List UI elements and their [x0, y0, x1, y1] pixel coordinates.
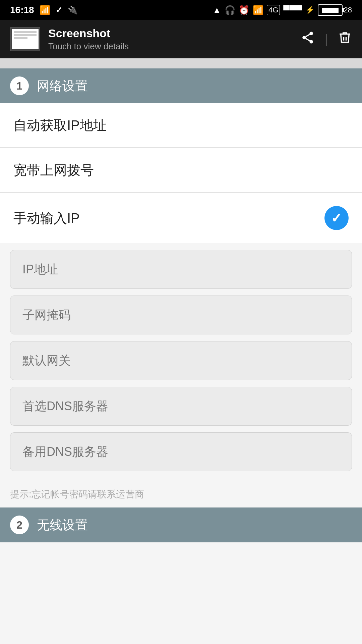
form-section — [0, 243, 362, 485]
cell-signal-icon: ▀▀▀ — [283, 5, 302, 15]
selected-check-circle: ✓ — [324, 206, 349, 230]
notification-bar[interactable]: Screenshot Touch to view details | — [0, 20, 362, 58]
menu-item-auto-ip[interactable]: 自动获取IP地址 — [0, 103, 362, 148]
headphone-icon: 🎧 — [225, 5, 235, 15]
svg-point-2 — [309, 40, 313, 44]
primary-dns-input[interactable] — [10, 387, 352, 426]
delete-button[interactable] — [338, 31, 352, 48]
wifi-icon: 📶 — [40, 5, 50, 15]
top-spacer — [0, 58, 362, 68]
status-right-icons: ▲ 🎧 ⏰ 📶 4G ▀▀▀ ⚡ 28 — [213, 4, 352, 16]
secondary-dns-input[interactable] — [10, 432, 352, 471]
time-display: 16:18 — [10, 5, 34, 15]
section-2-number: 2 — [10, 516, 29, 534]
default-gateway-input[interactable] — [10, 341, 352, 380]
svg-point-1 — [302, 36, 306, 40]
checkmark-icon: ✓ — [331, 210, 342, 226]
subnet-mask-input[interactable] — [10, 296, 352, 334]
menu-item-auto-ip-label: 自动获取IP地址 — [13, 116, 107, 135]
svg-line-4 — [306, 34, 310, 37]
notification-subtitle: Touch to view details — [48, 41, 293, 52]
notification-thumbnail — [10, 28, 40, 51]
bluetooth-icon: ▲ — [213, 5, 221, 15]
menu-item-broadband-label: 宽带上网拨号 — [13, 161, 94, 179]
main-content: 1 网络设置 自动获取IP地址 宽带上网拨号 手动输入IP ✓ 提示:忘记帐号密… — [0, 68, 362, 644]
battery-percent: 28 — [344, 6, 352, 14]
usb-icon: 🔌 — [68, 5, 78, 15]
svg-point-0 — [309, 32, 313, 36]
notification-title: Screenshot — [48, 27, 293, 40]
section-1-header: 1 网络设置 — [0, 68, 362, 103]
battery-display: 28 — [318, 4, 352, 16]
action-divider: | — [325, 32, 328, 46]
form-hint: 提示:忘记帐号密码请联系运营商 — [0, 485, 362, 507]
menu-item-manual-ip-label: 手动输入IP — [13, 209, 80, 227]
ip-address-input[interactable] — [10, 250, 352, 289]
section-2-header: 2 无线设置 — [0, 507, 362, 542]
alarm-icon: ⏰ — [239, 5, 249, 15]
section-1-number: 1 — [10, 76, 29, 95]
status-bar: 16:18 📶 ✓ 🔌 ▲ 🎧 ⏰ 📶 4G ▀▀▀ ⚡ 28 — [0, 0, 362, 20]
section-2-title: 无线设置 — [37, 517, 88, 534]
menu-item-manual-ip[interactable]: 手动输入IP ✓ — [0, 193, 362, 243]
check-circle-icon: ✓ — [56, 5, 62, 15]
status-time: 16:18 📶 ✓ 🔌 — [10, 5, 78, 15]
menu-item-broadband[interactable]: 宽带上网拨号 — [0, 148, 362, 193]
section-1-title: 网络设置 — [37, 77, 88, 95]
notification-text: Screenshot Touch to view details — [48, 27, 293, 52]
lightning-icon: ⚡ — [305, 6, 314, 14]
svg-line-3 — [306, 39, 310, 41]
4g-icon: 4G — [267, 5, 280, 15]
notification-actions: | — [301, 31, 352, 48]
signal-icon: 📶 — [253, 5, 263, 15]
share-button[interactable] — [301, 31, 315, 48]
